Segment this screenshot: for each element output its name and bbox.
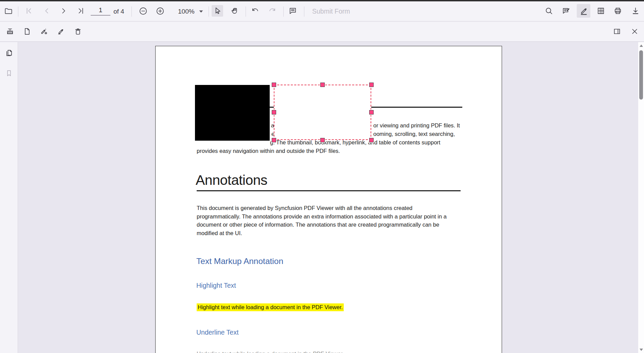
undo-icon (251, 6, 260, 15)
redact-text-button[interactable] (4, 25, 16, 37)
intro-line1-right: or viewing and printing PDF files. It (373, 121, 460, 129)
highlight-heading: Highlight Text (196, 282, 236, 289)
toolbar-separator (18, 6, 18, 17)
annotation-resize-handle-bottom-left[interactable] (272, 138, 276, 142)
panel-toggle-button[interactable] (611, 25, 623, 37)
comment-edit-button[interactable] (560, 5, 572, 17)
section-title: Text Markup Annotation (196, 257, 283, 266)
form-fields-icon (596, 6, 605, 15)
page-thumbnails-button[interactable] (3, 47, 15, 59)
delete-icon (74, 27, 82, 36)
download-icon (631, 6, 640, 15)
first-page-icon (24, 6, 33, 15)
annotation-resize-handle-bottom-center[interactable] (320, 138, 325, 142)
close-toolbar-button[interactable] (629, 25, 640, 37)
intro-line4: provides easy navigation within and outs… (197, 147, 340, 155)
redo-icon (268, 6, 277, 15)
annotation-resize-handle-middle-left[interactable] (272, 110, 276, 114)
redo-button[interactable] (267, 5, 278, 17)
ink-pen-icon (57, 27, 65, 36)
print-button[interactable] (612, 5, 624, 17)
open-file-button[interactable] (3, 5, 14, 17)
last-page-button[interactable] (75, 5, 87, 17)
select-tool-button[interactable] (212, 5, 223, 17)
title-rule-fragment (371, 107, 462, 108)
comment-edit-icon (562, 6, 571, 15)
toolbar-separator (304, 6, 304, 17)
search-button[interactable] (543, 5, 555, 17)
submit-form-button[interactable]: Submit Form (312, 1, 350, 21)
comment-button[interactable] (287, 5, 299, 17)
zoom-dropdown[interactable]: 100% (178, 1, 203, 21)
page-count-label: of 4 (113, 1, 124, 21)
pan-tool-icon (230, 6, 239, 15)
heading-rule (197, 190, 461, 191)
form-fields-button[interactable] (595, 5, 607, 17)
scroll-down-icon[interactable] (640, 349, 643, 351)
annotation-settings-button[interactable] (38, 25, 50, 37)
annotation-resize-handle-middle-right[interactable] (369, 110, 374, 114)
zoom-out-button[interactable] (137, 5, 149, 17)
clipped-next-line: Underline text while loading a document … (197, 351, 344, 353)
document-viewport[interactable]: a or viewing and printing PDF files. It … (18, 42, 644, 353)
redact-page-button[interactable] (21, 25, 33, 37)
document-heading: Annotations (196, 172, 267, 188)
download-button[interactable] (630, 5, 641, 17)
panel-toggle-icon (613, 27, 621, 36)
redaction-black-box[interactable] (195, 85, 270, 141)
open-file-icon (4, 6, 13, 15)
toolbar-separator (131, 6, 132, 17)
underline-heading: Underline Text (196, 329, 238, 336)
navigation-sidebar (0, 42, 18, 353)
previous-page-button[interactable] (41, 5, 53, 17)
page-number-field (89, 5, 112, 16)
zoom-in-button[interactable] (154, 5, 166, 17)
toolbar-separator (283, 6, 284, 17)
next-page-icon (59, 6, 68, 15)
annotation-resize-handle-top-right[interactable] (369, 83, 374, 87)
annotation-pen-icon (579, 6, 588, 16)
annotation-resize-handle-top-left[interactable] (272, 83, 276, 87)
zoom-in-icon (156, 6, 165, 16)
selected-annotation[interactable] (274, 85, 371, 140)
delete-annotation-button[interactable] (72, 25, 84, 37)
undo-button[interactable] (249, 5, 261, 17)
toolbar-separator (246, 6, 246, 17)
page-number-input[interactable] (91, 5, 110, 16)
bookmarks-button[interactable] (3, 67, 15, 79)
page-thumbnails-icon (4, 49, 14, 58)
annotation-settings-icon (40, 27, 48, 36)
print-icon (613, 6, 622, 15)
comment-icon (288, 6, 297, 15)
zoom-out-icon (139, 6, 148, 16)
document-scrollbar[interactable] (638, 42, 644, 353)
bookmarks-icon (5, 69, 13, 77)
ink-pen-button[interactable] (55, 25, 67, 37)
scroll-up-icon[interactable] (640, 45, 643, 47)
pdf-viewer-app: { "toolbar_top": { "page_number": "1", "… (0, 0, 644, 353)
document-paragraph: This document is generated by Syncfusion… (197, 204, 530, 237)
toolbar-separator (209, 6, 209, 17)
intro-line2-right: ooming, scrolling, text searching, (373, 130, 455, 138)
zoom-value: 100% (178, 8, 195, 15)
redact-text-icon (6, 27, 14, 36)
next-page-button[interactable] (58, 5, 69, 17)
previous-page-icon (42, 6, 51, 15)
select-tool-icon (213, 6, 222, 15)
annotation-resize-handle-top-center[interactable] (320, 83, 325, 87)
title-rule-fragment (270, 107, 274, 108)
first-page-button[interactable] (23, 5, 35, 17)
main-toolbar: of 4 100% (0, 1, 644, 21)
close-icon (630, 27, 639, 36)
pdf-page: a or viewing and printing PDF files. It … (155, 46, 502, 353)
redact-page-icon (23, 27, 31, 36)
caret-down-icon (199, 10, 203, 13)
annotation-toolbar (0, 22, 644, 42)
last-page-icon (76, 6, 85, 15)
pan-tool-button[interactable] (229, 5, 240, 17)
scrollbar-thumb[interactable] (639, 50, 643, 100)
highlighted-sentence: Highlight text while loading a document … (197, 303, 344, 311)
annotation-resize-handle-bottom-right[interactable] (369, 138, 374, 142)
search-icon (544, 6, 553, 15)
annotation-pen-button[interactable] (577, 4, 590, 18)
